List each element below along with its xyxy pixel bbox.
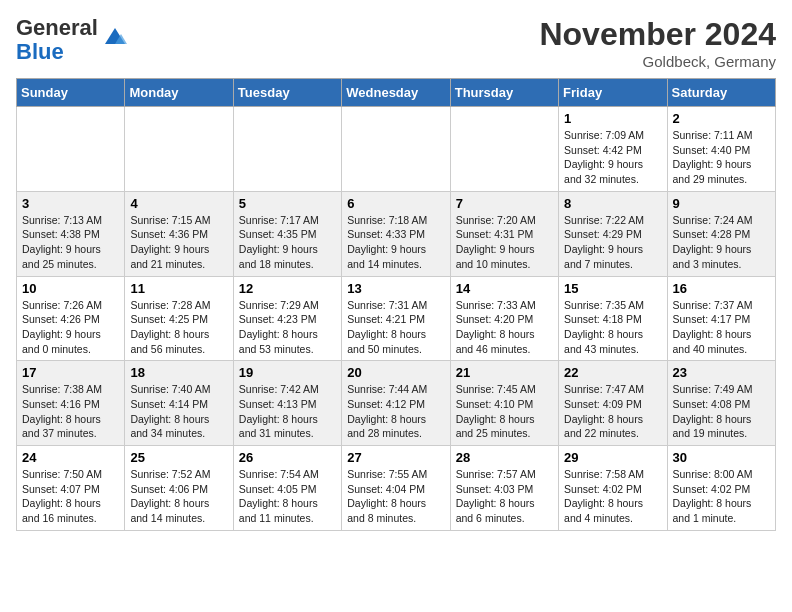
- calendar-cell: 6Sunrise: 7:18 AM Sunset: 4:33 PM Daylig…: [342, 191, 450, 276]
- day-number: 12: [239, 281, 336, 296]
- day-info: Sunrise: 7:28 AM Sunset: 4:25 PM Dayligh…: [130, 298, 227, 357]
- day-info: Sunrise: 7:55 AM Sunset: 4:04 PM Dayligh…: [347, 467, 444, 526]
- calendar-cell: 17Sunrise: 7:38 AM Sunset: 4:16 PM Dayli…: [17, 361, 125, 446]
- day-number: 1: [564, 111, 661, 126]
- weekday-header-monday: Monday: [125, 79, 233, 107]
- calendar-cell: 12Sunrise: 7:29 AM Sunset: 4:23 PM Dayli…: [233, 276, 341, 361]
- day-number: 14: [456, 281, 553, 296]
- calendar-cell: 11Sunrise: 7:28 AM Sunset: 4:25 PM Dayli…: [125, 276, 233, 361]
- day-number: 22: [564, 365, 661, 380]
- calendar-cell: 5Sunrise: 7:17 AM Sunset: 4:35 PM Daylig…: [233, 191, 341, 276]
- calendar-cell: 8Sunrise: 7:22 AM Sunset: 4:29 PM Daylig…: [559, 191, 667, 276]
- week-row-2: 10Sunrise: 7:26 AM Sunset: 4:26 PM Dayli…: [17, 276, 776, 361]
- calendar-cell: 15Sunrise: 7:35 AM Sunset: 4:18 PM Dayli…: [559, 276, 667, 361]
- day-number: 28: [456, 450, 553, 465]
- day-info: Sunrise: 7:29 AM Sunset: 4:23 PM Dayligh…: [239, 298, 336, 357]
- day-info: Sunrise: 7:42 AM Sunset: 4:13 PM Dayligh…: [239, 382, 336, 441]
- day-number: 21: [456, 365, 553, 380]
- day-info: Sunrise: 7:44 AM Sunset: 4:12 PM Dayligh…: [347, 382, 444, 441]
- weekday-header-saturday: Saturday: [667, 79, 775, 107]
- calendar-cell: [125, 107, 233, 192]
- calendar-cell: 24Sunrise: 7:50 AM Sunset: 4:07 PM Dayli…: [17, 446, 125, 531]
- weekday-header-thursday: Thursday: [450, 79, 558, 107]
- day-number: 25: [130, 450, 227, 465]
- day-number: 4: [130, 196, 227, 211]
- calendar-cell: 16Sunrise: 7:37 AM Sunset: 4:17 PM Dayli…: [667, 276, 775, 361]
- calendar-cell: [17, 107, 125, 192]
- day-info: Sunrise: 7:24 AM Sunset: 4:28 PM Dayligh…: [673, 213, 770, 272]
- week-row-0: 1Sunrise: 7:09 AM Sunset: 4:42 PM Daylig…: [17, 107, 776, 192]
- calendar-cell: 10Sunrise: 7:26 AM Sunset: 4:26 PM Dayli…: [17, 276, 125, 361]
- calendar-cell: 23Sunrise: 7:49 AM Sunset: 4:08 PM Dayli…: [667, 361, 775, 446]
- calendar-cell: 28Sunrise: 7:57 AM Sunset: 4:03 PM Dayli…: [450, 446, 558, 531]
- calendar-cell: 25Sunrise: 7:52 AM Sunset: 4:06 PM Dayli…: [125, 446, 233, 531]
- day-info: Sunrise: 7:11 AM Sunset: 4:40 PM Dayligh…: [673, 128, 770, 187]
- day-number: 3: [22, 196, 119, 211]
- logo: General Blue: [16, 16, 129, 64]
- day-info: Sunrise: 7:18 AM Sunset: 4:33 PM Dayligh…: [347, 213, 444, 272]
- calendar-cell: [342, 107, 450, 192]
- day-info: Sunrise: 7:47 AM Sunset: 4:09 PM Dayligh…: [564, 382, 661, 441]
- day-info: Sunrise: 7:52 AM Sunset: 4:06 PM Dayligh…: [130, 467, 227, 526]
- day-number: 23: [673, 365, 770, 380]
- day-info: Sunrise: 7:45 AM Sunset: 4:10 PM Dayligh…: [456, 382, 553, 441]
- calendar-cell: 7Sunrise: 7:20 AM Sunset: 4:31 PM Daylig…: [450, 191, 558, 276]
- day-info: Sunrise: 7:57 AM Sunset: 4:03 PM Dayligh…: [456, 467, 553, 526]
- calendar-table: SundayMondayTuesdayWednesdayThursdayFrid…: [16, 78, 776, 531]
- weekday-header-wednesday: Wednesday: [342, 79, 450, 107]
- day-number: 5: [239, 196, 336, 211]
- day-number: 15: [564, 281, 661, 296]
- day-number: 29: [564, 450, 661, 465]
- calendar-cell: 4Sunrise: 7:15 AM Sunset: 4:36 PM Daylig…: [125, 191, 233, 276]
- logo-blue: Blue: [16, 39, 64, 64]
- calendar-cell: [233, 107, 341, 192]
- day-info: Sunrise: 7:38 AM Sunset: 4:16 PM Dayligh…: [22, 382, 119, 441]
- day-info: Sunrise: 7:09 AM Sunset: 4:42 PM Dayligh…: [564, 128, 661, 187]
- day-info: Sunrise: 7:37 AM Sunset: 4:17 PM Dayligh…: [673, 298, 770, 357]
- day-info: Sunrise: 7:40 AM Sunset: 4:14 PM Dayligh…: [130, 382, 227, 441]
- calendar-cell: 30Sunrise: 8:00 AM Sunset: 4:02 PM Dayli…: [667, 446, 775, 531]
- calendar-cell: 2Sunrise: 7:11 AM Sunset: 4:40 PM Daylig…: [667, 107, 775, 192]
- day-number: 9: [673, 196, 770, 211]
- day-number: 10: [22, 281, 119, 296]
- calendar-cell: 3Sunrise: 7:13 AM Sunset: 4:38 PM Daylig…: [17, 191, 125, 276]
- calendar-cell: 29Sunrise: 7:58 AM Sunset: 4:02 PM Dayli…: [559, 446, 667, 531]
- day-number: 20: [347, 365, 444, 380]
- day-info: Sunrise: 7:31 AM Sunset: 4:21 PM Dayligh…: [347, 298, 444, 357]
- day-info: Sunrise: 8:00 AM Sunset: 4:02 PM Dayligh…: [673, 467, 770, 526]
- day-number: 16: [673, 281, 770, 296]
- title-block: November 2024 Goldbeck, Germany: [539, 16, 776, 70]
- day-info: Sunrise: 7:35 AM Sunset: 4:18 PM Dayligh…: [564, 298, 661, 357]
- day-info: Sunrise: 7:58 AM Sunset: 4:02 PM Dayligh…: [564, 467, 661, 526]
- day-number: 27: [347, 450, 444, 465]
- day-info: Sunrise: 7:50 AM Sunset: 4:07 PM Dayligh…: [22, 467, 119, 526]
- day-info: Sunrise: 7:22 AM Sunset: 4:29 PM Dayligh…: [564, 213, 661, 272]
- page-header: General Blue November 2024 Goldbeck, Ger…: [16, 16, 776, 70]
- day-number: 2: [673, 111, 770, 126]
- week-row-3: 17Sunrise: 7:38 AM Sunset: 4:16 PM Dayli…: [17, 361, 776, 446]
- calendar-cell: 21Sunrise: 7:45 AM Sunset: 4:10 PM Dayli…: [450, 361, 558, 446]
- day-info: Sunrise: 7:54 AM Sunset: 4:05 PM Dayligh…: [239, 467, 336, 526]
- calendar-cell: 13Sunrise: 7:31 AM Sunset: 4:21 PM Dayli…: [342, 276, 450, 361]
- day-info: Sunrise: 7:33 AM Sunset: 4:20 PM Dayligh…: [456, 298, 553, 357]
- day-number: 6: [347, 196, 444, 211]
- week-row-4: 24Sunrise: 7:50 AM Sunset: 4:07 PM Dayli…: [17, 446, 776, 531]
- calendar-cell: 26Sunrise: 7:54 AM Sunset: 4:05 PM Dayli…: [233, 446, 341, 531]
- day-info: Sunrise: 7:20 AM Sunset: 4:31 PM Dayligh…: [456, 213, 553, 272]
- month-title: November 2024: [539, 16, 776, 53]
- day-number: 8: [564, 196, 661, 211]
- day-number: 17: [22, 365, 119, 380]
- day-info: Sunrise: 7:49 AM Sunset: 4:08 PM Dayligh…: [673, 382, 770, 441]
- calendar-cell: 22Sunrise: 7:47 AM Sunset: 4:09 PM Dayli…: [559, 361, 667, 446]
- weekday-header-tuesday: Tuesday: [233, 79, 341, 107]
- day-info: Sunrise: 7:17 AM Sunset: 4:35 PM Dayligh…: [239, 213, 336, 272]
- calendar-cell: 27Sunrise: 7:55 AM Sunset: 4:04 PM Dayli…: [342, 446, 450, 531]
- calendar-cell: 9Sunrise: 7:24 AM Sunset: 4:28 PM Daylig…: [667, 191, 775, 276]
- week-row-1: 3Sunrise: 7:13 AM Sunset: 4:38 PM Daylig…: [17, 191, 776, 276]
- day-number: 26: [239, 450, 336, 465]
- weekday-header-friday: Friday: [559, 79, 667, 107]
- day-number: 24: [22, 450, 119, 465]
- day-number: 7: [456, 196, 553, 211]
- day-number: 11: [130, 281, 227, 296]
- calendar-cell: 14Sunrise: 7:33 AM Sunset: 4:20 PM Dayli…: [450, 276, 558, 361]
